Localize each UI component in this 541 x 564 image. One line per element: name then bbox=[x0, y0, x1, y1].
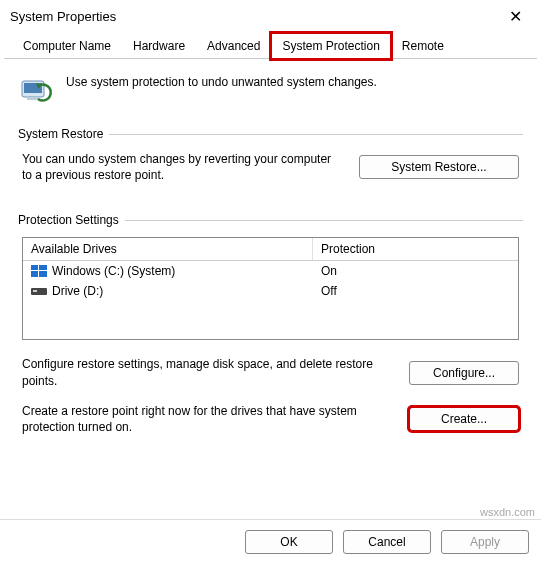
apply-button[interactable]: Apply bbox=[441, 530, 529, 554]
tab-panel-system-protection: Use system protection to undo unwanted s… bbox=[0, 59, 541, 519]
tab-computer-name[interactable]: Computer Name bbox=[12, 33, 122, 59]
window-title: System Properties bbox=[10, 9, 116, 24]
close-icon[interactable]: ✕ bbox=[501, 7, 529, 26]
column-available-drives[interactable]: Available Drives bbox=[23, 238, 313, 261]
create-button[interactable]: Create... bbox=[409, 407, 519, 431]
group-header: Protection Settings bbox=[18, 213, 523, 227]
divider bbox=[125, 220, 523, 221]
svg-rect-9 bbox=[33, 290, 37, 292]
drive-name: Windows (C:) (System) bbox=[52, 264, 175, 278]
drive-protection: On bbox=[313, 261, 518, 281]
tab-system-protection[interactable]: System Protection bbox=[271, 33, 390, 59]
drives-table: Available Drives Protection bbox=[22, 237, 519, 340]
configure-button[interactable]: Configure... bbox=[409, 361, 519, 385]
divider bbox=[109, 134, 523, 135]
tab-remote[interactable]: Remote bbox=[391, 33, 455, 59]
watermark: wsxdn.com bbox=[480, 506, 535, 518]
configure-text: Configure restore settings, manage disk … bbox=[22, 356, 389, 388]
protection-settings-group: Protection Settings Available Drives Pro… bbox=[18, 213, 523, 449]
table-empty-space bbox=[23, 301, 518, 339]
svg-rect-2 bbox=[27, 97, 39, 100]
ok-button[interactable]: OK bbox=[245, 530, 333, 554]
table-header: Available Drives Protection bbox=[23, 238, 518, 261]
svg-rect-4 bbox=[31, 265, 38, 270]
svg-rect-5 bbox=[39, 265, 47, 270]
group-label: System Restore bbox=[18, 127, 109, 141]
svg-rect-7 bbox=[39, 271, 47, 277]
system-restore-group: System Restore You can undo system chang… bbox=[18, 127, 523, 199]
column-protection[interactable]: Protection bbox=[313, 238, 518, 261]
system-protection-icon bbox=[18, 73, 54, 109]
dialog-button-bar: OK Cancel Apply bbox=[0, 519, 541, 564]
titlebar: System Properties ✕ bbox=[0, 0, 541, 32]
system-properties-window: System Properties ✕ Computer Name Hardwa… bbox=[0, 0, 541, 564]
system-restore-text: You can undo system changes by reverting… bbox=[22, 151, 339, 183]
group-label: Protection Settings bbox=[18, 213, 125, 227]
drive-protection: Off bbox=[313, 281, 518, 301]
svg-rect-6 bbox=[31, 271, 38, 277]
tab-hardware[interactable]: Hardware bbox=[122, 33, 196, 59]
windows-drive-icon bbox=[31, 265, 47, 277]
intro-section: Use system protection to undo unwanted s… bbox=[18, 73, 523, 109]
create-text: Create a restore point right now for the… bbox=[22, 403, 389, 435]
tab-strip: Computer Name Hardware Advanced System P… bbox=[4, 32, 537, 59]
table-row[interactable]: Drive (D:) Off bbox=[23, 281, 518, 301]
tab-advanced[interactable]: Advanced bbox=[196, 33, 271, 59]
drive-icon bbox=[31, 285, 47, 297]
cancel-button[interactable]: Cancel bbox=[343, 530, 431, 554]
intro-text: Use system protection to undo unwanted s… bbox=[66, 73, 377, 109]
table-row[interactable]: Windows (C:) (System) On bbox=[23, 261, 518, 281]
group-header: System Restore bbox=[18, 127, 523, 141]
system-restore-button[interactable]: System Restore... bbox=[359, 155, 519, 179]
drive-name: Drive (D:) bbox=[52, 284, 103, 298]
